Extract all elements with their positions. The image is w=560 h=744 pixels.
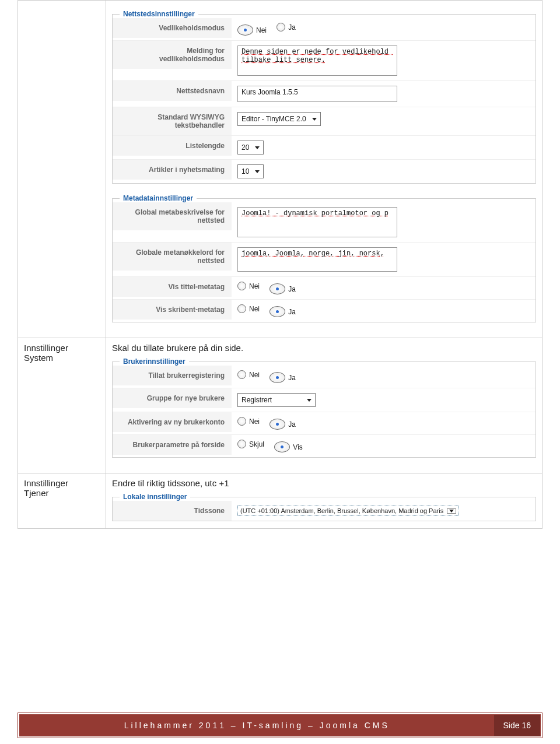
params-show-radio[interactable]: Vis [274,441,302,452]
radio-icon [237,417,246,426]
reg-no-radio[interactable]: Nei [237,370,260,379]
dropdown-button [447,508,456,514]
feedart-select[interactable]: 10 [237,164,264,178]
meta-settings-legend: Metadatainnstillinger [120,194,197,202]
radio-icon [270,283,285,294]
row3-left: Innstillinger Tjener [18,473,106,529]
tz-select[interactable]: (UTC +01:00) Amsterdam, Berlin, Brussel,… [237,506,459,516]
group-label: Gruppe for nye brukere [113,388,232,408]
maintenance-msg-textarea[interactable]: Denne siden er nede for vedlikehold tilb… [237,45,397,76]
locale-settings-fieldset: Lokale innstillinger Tidssone (UTC +01:0… [112,493,536,521]
sitename-label: Nettstedsnavn [113,81,232,101]
radio-icon [270,306,285,317]
radio-icon [270,372,285,383]
row3-left-line2: Tjener [24,488,100,498]
activate-yes-radio[interactable]: Ja [270,419,296,430]
radio-icon [237,304,246,313]
row2-left-line2: System [24,353,100,363]
row3-desc: Endre til riktig tidssone, utc +1 [112,478,536,488]
row3-right: Endre til riktig tidssone, utc +1 Lokale… [106,473,542,529]
user-settings-fieldset: Brukerinnstillinger Tillat brukerregiste… [112,357,536,458]
row2-right: Skal du tillate brukere på din side. Bru… [106,338,542,473]
titlemeta-yes-radio[interactable]: Ja [270,283,296,294]
footer-title: Lillehammer 2011 – IT-samling – Joomla C… [20,715,494,736]
authormeta-no-radio[interactable]: Nei [237,304,260,313]
footer-page-number: Side 16 [494,715,540,736]
radio-icon [274,441,290,452]
site-settings-legend: Nettstedsinnstillinger [120,10,198,18]
sitename-input[interactable]: Kurs Joomla 1.5.5 [237,86,397,102]
editor-select[interactable]: Editor - TinyMCE 2.0 [237,112,321,126]
row2-desc: Skal du tillate brukere på din side. [112,343,536,353]
params-label: Brukerparametre på forside [113,435,232,455]
row1-left [18,1,106,338]
page-footer: Lillehammer 2011 – IT-samling – Joomla C… [18,713,542,738]
row3-left-line1: Innstillinger [24,478,100,488]
editor-label: Standard WYSIWYG tekstbehandler [113,107,232,135]
activate-label: Aktivering av ny brukerkonto [113,412,232,432]
authormeta-label: Vis skribent-metatag [113,300,232,320]
chevron-down-icon [449,510,454,513]
chevron-down-icon [312,118,317,121]
listlen-select[interactable]: 20 [237,141,264,155]
chevron-down-icon [255,146,260,149]
locale-settings-legend: Lokale innstillinger [120,493,190,501]
radio-icon [270,419,285,430]
metadesc-textarea[interactable]: Joomla! - dynamisk portalmotor og p [237,207,397,237]
chevron-down-icon [307,399,312,402]
params-hide-radio[interactable]: Skjul [237,440,264,448]
feedart-label: Artikler i nyhetsmating [113,160,232,180]
chevron-down-icon [255,170,260,173]
maintenance-msg-label: Melding for vedlikeholdsmodus [113,41,232,69]
tz-label: Tidssone [113,501,232,521]
radio-icon [276,23,285,31]
activate-no-radio[interactable]: Nei [237,417,260,426]
metadesc-label: Global metabeskrivelse for nettsted [113,202,232,230]
reg-yes-radio[interactable]: Ja [270,372,296,383]
reg-label: Tillat brukerregistering [113,366,232,385]
maintenance-no-radio[interactable]: Nei [237,24,267,36]
row1-right: Nettstedsinnstillinger Vedlikeholdsmodus… [106,1,542,338]
radio-icon [237,370,246,379]
site-settings-fieldset: Nettstedsinnstillinger Vedlikeholdsmodus… [112,10,536,184]
row2-left: Innstillinger System [18,338,106,473]
metakeys-label: Globale metanøkkelord for nettsted [113,243,232,271]
metakeys-textarea[interactable]: joomla, Joomla, norge, jin, norsk, [237,247,397,272]
radio-icon [237,282,246,290]
titlemeta-label: Vis tittel-metatag [113,277,232,297]
listlen-label: Listelengde [113,136,232,156]
maintenance-yes-radio[interactable]: Ja [276,23,296,31]
user-settings-legend: Brukerinnstillinger [120,357,189,366]
group-select[interactable]: Registrert [237,393,316,407]
authormeta-yes-radio[interactable]: Ja [270,306,296,317]
titlemeta-no-radio[interactable]: Nei [237,282,260,290]
row2-left-line1: Innstillinger [24,343,100,353]
radio-icon [237,440,246,448]
meta-settings-fieldset: Metadatainnstillinger Global metabeskriv… [112,194,536,322]
maintenance-label: Vedlikeholdsmodus [113,18,232,38]
main-table: Nettstedsinnstillinger Vedlikeholdsmodus… [18,0,542,529]
radio-icon [237,24,253,36]
